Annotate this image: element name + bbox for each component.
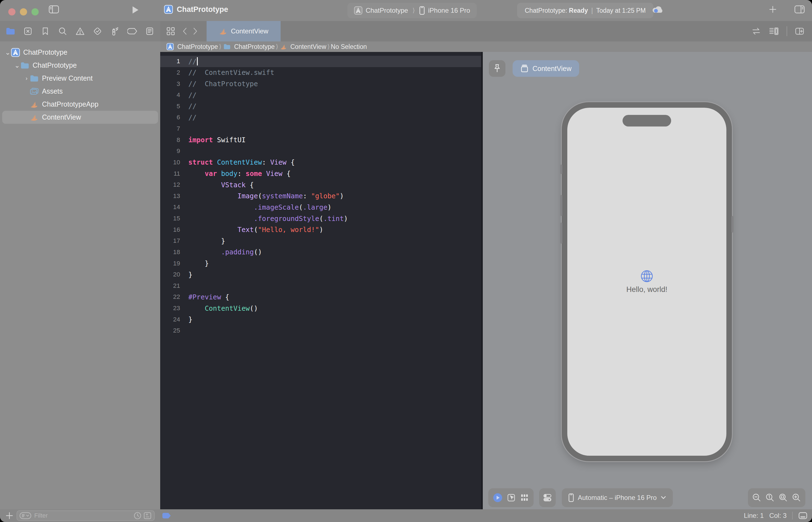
zoom-100-icon[interactable] xyxy=(766,493,774,502)
breadcrumb-item[interactable]: ChatPrototype xyxy=(166,42,218,51)
sidebar-item-chatprototype[interactable]: ⌄ChatPrototype xyxy=(0,59,160,72)
code-text: #Preview { xyxy=(188,293,229,301)
xmark-square-icon[interactable] xyxy=(22,25,34,38)
search-icon[interactable] xyxy=(57,25,69,38)
code-line-5[interactable]: 5// xyxy=(160,101,481,112)
tab-contentview[interactable]: ContentView xyxy=(207,21,281,41)
variants-icon[interactable] xyxy=(520,493,529,502)
sidebar-item-contentview[interactable]: ContentView xyxy=(0,111,160,124)
code-line-6[interactable]: 6// xyxy=(160,112,481,123)
bookmark-icon[interactable] xyxy=(39,25,52,38)
adjust-editor-icon[interactable] xyxy=(769,27,779,35)
sidebar-item-label: ChatPrototype xyxy=(33,61,77,69)
code-line-16[interactable]: 16 Text("Hello, world!") xyxy=(160,224,481,235)
code-review-icon[interactable] xyxy=(751,27,761,35)
code-line-18[interactable]: 18 .padding() xyxy=(160,247,481,258)
code-line-23[interactable]: 23 ContentView() xyxy=(160,303,481,314)
code-line-20[interactable]: 20} xyxy=(160,269,481,280)
source-editor[interactable]: 1//2// ContentView.swift3// ChatPrototyp… xyxy=(160,52,481,513)
code-line-17[interactable]: 17 } xyxy=(160,235,481,247)
code-line-25[interactable]: 25 xyxy=(160,325,481,336)
code-line-7[interactable]: 7 xyxy=(160,123,481,135)
folder-icon xyxy=(223,44,230,49)
spray-icon[interactable] xyxy=(109,25,121,38)
code-line-8[interactable]: 8import SwiftUI xyxy=(160,134,481,145)
sidebar-item-label: ChatPrototype xyxy=(23,48,67,56)
code-line-15[interactable]: 15 .foregroundStyle(.tint) xyxy=(160,213,481,224)
bottombar-icon[interactable] xyxy=(798,512,808,520)
folder-icon xyxy=(30,75,39,82)
preview-tab-chip[interactable]: ContentView xyxy=(513,60,579,77)
code-line-22[interactable]: 22#Preview { xyxy=(160,292,481,303)
breadcrumb-separator: ⟩ xyxy=(327,43,330,50)
line-number: 14 xyxy=(160,204,180,211)
scheme-selector[interactable]: ChatPrototype ⟩ iPhone 16 Pro xyxy=(347,3,477,18)
code-text: } xyxy=(188,237,225,245)
sidebar-item-chatprototype[interactable]: ⌄ChatPrototype xyxy=(0,46,160,59)
disclosure-chevron-icon[interactable]: ⌄ xyxy=(4,51,11,54)
pin-preview-button[interactable] xyxy=(489,60,505,77)
code-line-4[interactable]: 4// xyxy=(160,89,481,101)
breadcrumb-item[interactable]: ChatPrototype xyxy=(223,43,275,51)
zoom-in-icon[interactable] xyxy=(792,493,801,502)
close-button[interactable] xyxy=(8,8,16,16)
code-line-2[interactable]: 2// ContentView.swift xyxy=(160,67,481,78)
minimize-button[interactable] xyxy=(20,8,27,16)
report-icon[interactable] xyxy=(144,25,156,38)
code-line-24[interactable]: 24} xyxy=(160,314,481,325)
folder-icon[interactable] xyxy=(4,25,17,38)
related-items-icon[interactable] xyxy=(165,25,177,38)
jump-bar[interactable]: ChatPrototype⟩ChatPrototype⟩ContentView⟩… xyxy=(160,41,812,52)
tag-icon[interactable] xyxy=(126,25,138,38)
breakpoint-icon[interactable] xyxy=(162,513,171,518)
hello-world-text: Hello, world! xyxy=(626,285,668,294)
filter-capsule-icon[interactable] xyxy=(19,512,32,519)
cloud-icon xyxy=(652,5,664,14)
line-number: 24 xyxy=(160,316,180,323)
play-circle-icon[interactable] xyxy=(493,493,502,502)
filter-field[interactable]: Filter xyxy=(17,510,155,521)
line-number: 3 xyxy=(160,80,180,87)
clock-icon[interactable] xyxy=(134,512,141,520)
sidebar-item-preview-content[interactable]: ›Preview Content xyxy=(0,72,160,85)
play-icon[interactable] xyxy=(131,5,139,14)
code-line-21[interactable]: 21 xyxy=(160,280,481,292)
warning-icon[interactable] xyxy=(74,25,86,38)
phone-screen[interactable]: Hello, world! xyxy=(567,108,726,456)
code-line-10[interactable]: 10struct ContentView: View { xyxy=(160,157,481,168)
status-time: Today at 1:25 PM xyxy=(596,7,646,14)
sidebar-item-assets[interactable]: Assets xyxy=(0,85,160,98)
split-editor-icon[interactable] xyxy=(795,27,804,35)
inspector-toggle-icon[interactable] xyxy=(794,5,805,14)
add-file-button[interactable] xyxy=(5,512,13,520)
zoom-out-icon[interactable] xyxy=(752,493,761,502)
device-picker[interactable]: Automatic – iPhone 16 Pro xyxy=(562,488,673,507)
plus-icon[interactable] xyxy=(769,5,777,13)
breadcrumb-item[interactable]: ContentView xyxy=(279,43,326,51)
line-number: 25 xyxy=(160,327,180,334)
sidebar-toggle-icon[interactable] xyxy=(48,5,59,14)
selectable-icon[interactable] xyxy=(507,493,515,502)
code-line-1[interactable]: 1// xyxy=(160,56,481,67)
disclosure-chevron-icon[interactable]: ⌄ xyxy=(14,64,20,67)
code-line-14[interactable]: 14 .imageScale(.large) xyxy=(160,202,481,213)
code-line-9[interactable]: 9 xyxy=(160,145,481,157)
zoom-fit-icon[interactable] xyxy=(779,493,788,502)
plusminus-icon[interactable] xyxy=(144,512,151,519)
code-line-12[interactable]: 12 VStack { xyxy=(160,179,481,190)
code-line-19[interactable]: 19 } xyxy=(160,258,481,269)
chevron-right-icon[interactable] xyxy=(193,27,198,35)
sidebar-item-chatprototypeapp[interactable]: ChatPrototypeApp xyxy=(0,98,160,111)
chevron-left-icon[interactable] xyxy=(182,27,187,35)
breadcrumb-item[interactable]: No Selection xyxy=(331,43,367,51)
preview-settings-button[interactable] xyxy=(539,488,556,507)
test-diamond-icon[interactable] xyxy=(92,25,104,38)
code-line-13[interactable]: 13 Image(systemName: "globe") xyxy=(160,190,481,202)
code-line-11[interactable]: 11 var body: some View { xyxy=(160,168,481,179)
zoom-button[interactable] xyxy=(32,8,39,16)
disclosure-chevron-icon[interactable]: › xyxy=(23,75,30,81)
code-line-3[interactable]: 3// ChatPrototype xyxy=(160,78,481,89)
swift-icon xyxy=(30,114,39,121)
code-text: .imageScale(.large) xyxy=(188,203,331,211)
iphone-icon xyxy=(568,493,574,502)
